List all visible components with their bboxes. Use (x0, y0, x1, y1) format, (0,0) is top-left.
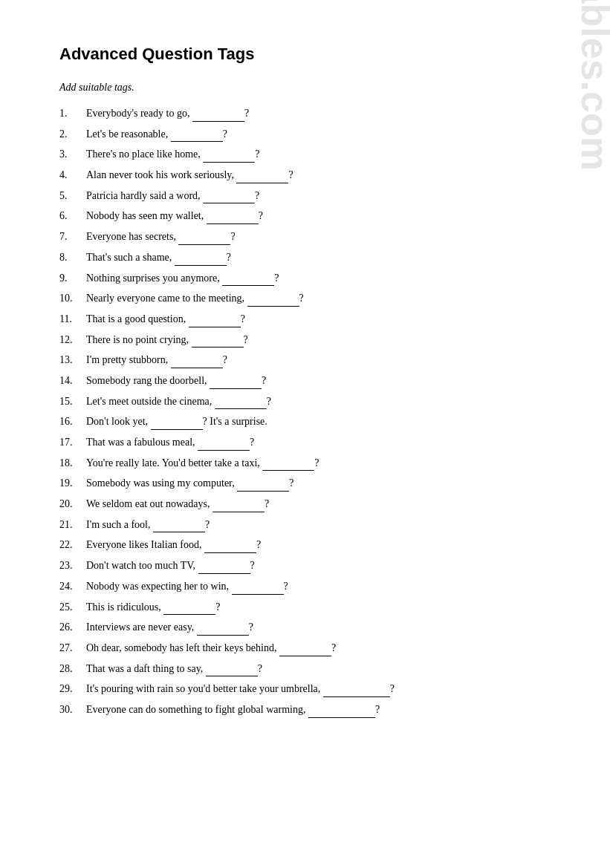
answer-blank[interactable] (207, 214, 259, 224)
answer-blank[interactable] (163, 604, 215, 615)
list-item: 17.That was a fabulous meal, ? (59, 434, 551, 451)
list-item: 21.I'm such a fool, ? (59, 517, 551, 533)
item-sentence: We seldom eat out nowadays, ? (86, 496, 551, 512)
answer-blank[interactable] (171, 131, 223, 142)
answer-blank[interactable] (212, 502, 265, 512)
item-number: 13. (59, 352, 86, 368)
answer-blank[interactable] (262, 460, 314, 471)
item-number: 7. (59, 229, 86, 245)
item-sentence: Oh dear, somebody has left their keys be… (86, 640, 551, 656)
answer-blank[interactable] (198, 440, 250, 451)
list-item: 25.This is ridiculous, ? (59, 599, 551, 616)
list-item: 22.Everyone likes Italian food, ? (59, 537, 551, 553)
answer-blank[interactable] (206, 666, 258, 676)
item-sentence: Nobody has seen my wallet, ? (86, 208, 551, 224)
list-item: 5.Patricia hardly said a word, ? (59, 188, 551, 204)
item-sentence: Interviews are never easy, ? (86, 619, 551, 636)
answer-blank[interactable] (215, 399, 267, 409)
answer-blank[interactable] (151, 420, 203, 430)
item-sentence: Nobody was expecting her to win, ? (86, 578, 551, 595)
item-number: 23. (59, 558, 86, 574)
item-sentence: Alan never took his work seriously, ? (86, 167, 551, 183)
item-number: 17. (59, 434, 86, 451)
instruction: Add suitable tags. (59, 82, 551, 94)
item-number: 2. (59, 126, 86, 143)
list-item: 4.Alan never took his work seriously, ? (59, 167, 551, 183)
item-sentence: Nothing surprises you anymore, ? (86, 270, 551, 287)
item-number: 18. (59, 455, 86, 471)
answer-blank[interactable] (237, 481, 289, 492)
list-item: 7.Everyone has secrets, ? (59, 229, 551, 245)
list-item: 10.Nearly everyone came to the meeting, … (59, 290, 551, 307)
answer-blank[interactable] (153, 522, 205, 532)
item-sentence: Don't watch too much TV, ? (86, 558, 551, 574)
item-number: 25. (59, 599, 86, 616)
list-item: 19.Somebody was using my computer, ? (59, 475, 551, 492)
answer-blank[interactable] (232, 584, 284, 595)
answer-blank[interactable] (308, 708, 375, 718)
answer-blank[interactable] (236, 173, 288, 183)
list-item: 15.Let's meet outside the cinema, ? (59, 394, 551, 410)
item-number: 20. (59, 496, 86, 512)
answer-blank[interactable] (323, 687, 390, 697)
list-item: 26.Interviews are never easy, ? (59, 619, 551, 636)
item-number: 12. (59, 332, 86, 348)
answer-blank[interactable] (175, 255, 227, 266)
item-number: 30. (59, 702, 86, 718)
item-number: 8. (59, 249, 86, 266)
list-item: 27.Oh dear, somebody has left their keys… (59, 640, 551, 656)
item-number: 1. (59, 105, 86, 122)
list-item: 18.You're really late. You'd better take… (59, 455, 551, 471)
page-title: Advanced Question Tags (59, 45, 551, 64)
watermark: Fourprintables.com (573, 0, 610, 171)
answer-blank[interactable] (198, 564, 250, 574)
item-number: 28. (59, 661, 86, 677)
answer-blank[interactable] (279, 646, 331, 656)
list-item: 29.It's pouring with rain so you'd bette… (59, 681, 551, 697)
item-number: 22. (59, 537, 86, 553)
item-number: 26. (59, 619, 86, 636)
list-item: 1.Everybody's ready to go, ? (59, 105, 551, 122)
answer-blank[interactable] (189, 317, 241, 327)
list-item: 30.Everyone can do something to fight gl… (59, 702, 551, 718)
answer-blank[interactable] (171, 358, 223, 368)
item-number: 27. (59, 640, 86, 656)
answer-blank[interactable] (203, 193, 255, 203)
item-sentence: Somebody was using my computer, ? (86, 475, 551, 492)
item-number: 24. (59, 578, 86, 595)
answer-blank[interactable] (203, 152, 255, 163)
answer-blank[interactable] (204, 543, 256, 553)
item-sentence: There is no point crying, ? (86, 332, 551, 348)
list-item: 2.Let's be reasonable, ? (59, 126, 551, 143)
list-item: 24.Nobody was expecting her to win, ? (59, 578, 551, 595)
item-number: 19. (59, 475, 86, 492)
item-sentence: That was a daft thing to say, ? (86, 661, 551, 677)
item-sentence: That was a fabulous meal, ? (86, 434, 551, 451)
item-number: 15. (59, 394, 86, 410)
item-number: 11. (59, 311, 86, 327)
item-number: 6. (59, 208, 86, 224)
item-number: 5. (59, 188, 86, 204)
item-number: 29. (59, 681, 86, 697)
list-item: 6.Nobody has seen my wallet, ? (59, 208, 551, 224)
item-sentence: It's pouring with rain so you'd better t… (86, 681, 551, 697)
answer-blank[interactable] (210, 379, 262, 389)
item-number: 16. (59, 414, 86, 430)
item-number: 3. (59, 146, 86, 163)
list-item: 16.Don't look yet, ? It's a surprise. (59, 414, 551, 430)
answer-blank[interactable] (222, 275, 274, 286)
answer-blank[interactable] (192, 111, 244, 122)
item-number: 14. (59, 373, 86, 389)
item-sentence: I'm such a fool, ? (86, 517, 551, 533)
item-sentence: That's such a shame, ? (86, 249, 551, 266)
list-item: 20.We seldom eat out nowadays, ? (59, 496, 551, 512)
item-sentence: Everyone can do something to fight globa… (86, 702, 551, 718)
answer-blank[interactable] (192, 337, 244, 347)
answer-blank[interactable] (247, 296, 299, 307)
item-sentence: Everybody's ready to go, ? (86, 105, 551, 122)
item-number: 10. (59, 290, 86, 307)
answer-blank[interactable] (197, 625, 249, 636)
questions-list: 1.Everybody's ready to go, ?2.Let's be r… (59, 105, 551, 718)
answer-blank[interactable] (178, 235, 230, 245)
item-number: 9. (59, 270, 86, 287)
